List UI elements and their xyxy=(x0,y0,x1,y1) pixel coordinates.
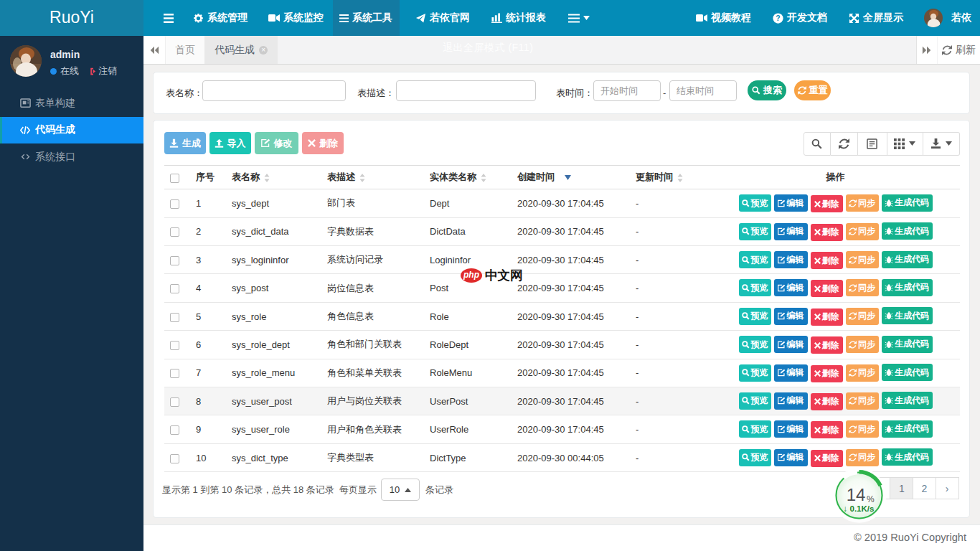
svg-text:14: 14 xyxy=(847,485,866,504)
svg-text:?: ? xyxy=(776,14,780,22)
svg-text:↓ 0.1K/s: ↓ 0.1K/s xyxy=(844,504,875,513)
svg-text:%: % xyxy=(867,494,875,504)
